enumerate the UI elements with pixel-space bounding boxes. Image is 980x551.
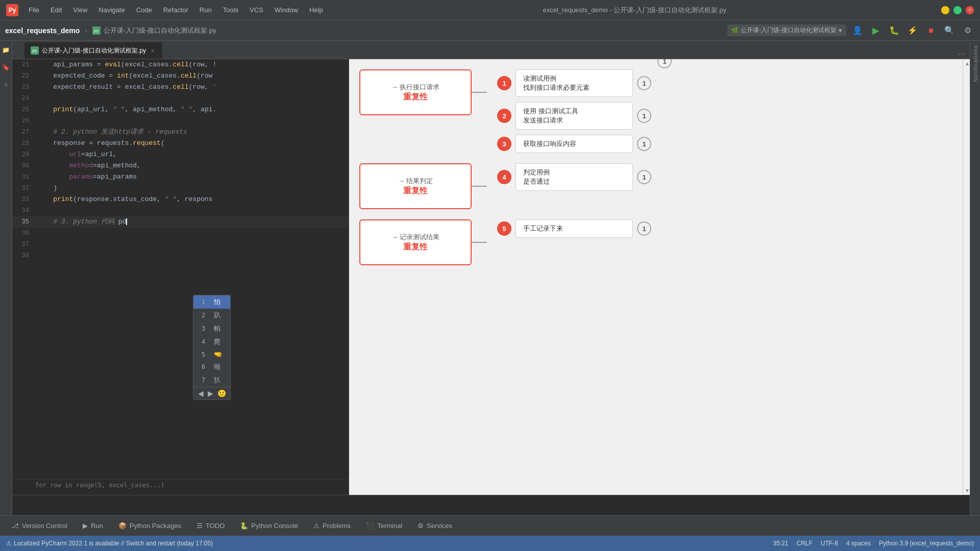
tab-run[interactable]: ▶ Run xyxy=(76,519,110,533)
step-1: 1 读测试用例找到接口请求必要元素 1 xyxy=(497,69,651,97)
code-line-34: 34 xyxy=(12,205,349,216)
branch-dropdown-icon: ▾ xyxy=(839,27,842,34)
step-box-3: 获取接口响应内容 xyxy=(516,135,633,153)
left-sidebar: 📁 🔖 ≡ xyxy=(0,41,12,515)
tab-close-button[interactable]: ✕ xyxy=(149,47,156,54)
ac-prev-icon[interactable]: ◀ xyxy=(198,389,204,397)
menu-help[interactable]: Help xyxy=(304,4,328,16)
minimize-button[interactable]: ─ xyxy=(941,6,949,14)
menu-view[interactable]: View xyxy=(68,4,92,16)
box2-arrow-text: → 结果判定 xyxy=(398,177,433,186)
tab-label: 公开课-入门级-接口自动化测试框架.py xyxy=(42,46,146,55)
ac-item-3[interactable]: 3 帕 xyxy=(193,322,230,335)
ac-text-7: 扒 xyxy=(214,375,220,385)
line-number-34: 34 xyxy=(12,205,35,216)
content-area: 📁 🔖 ≡ py 公开课-入门级-接口自动化测试框架.py ✕ ⋯ xyxy=(0,41,980,515)
section1-steps: 1 1 读测试用例找到接口请求必要元素 1 xyxy=(497,69,651,153)
tab-python-console[interactable]: 🐍 Python Console xyxy=(233,519,305,533)
status-encoding[interactable]: UTF-8 xyxy=(821,540,838,547)
menu-navigate[interactable]: Navigate xyxy=(93,4,130,16)
line-number-30: 30 xyxy=(12,160,35,171)
ac-num-5: 5 xyxy=(202,351,210,358)
user-button[interactable]: 👤 xyxy=(850,23,865,38)
menu-refactor[interactable]: Refactor xyxy=(158,4,193,16)
sidebar-structure-icon[interactable]: ≡ xyxy=(1,80,11,90)
branch-label: 公开课-入门级-接口自动化测试框架 xyxy=(741,26,837,35)
menu-tools[interactable]: Tools xyxy=(218,4,243,16)
autocomplete-popup[interactable]: 1 怕 2 趴 3 帕 4 爬 xyxy=(193,295,231,400)
branch-dropdown[interactable]: 🌿 公开课-入门级-接口自动化测试框架 ▾ xyxy=(727,24,846,36)
python-packages-label: Python Packages xyxy=(130,522,181,530)
code-text-31: params=api_params xyxy=(35,171,349,183)
line-number-37: 37 xyxy=(12,239,35,250)
ac-text-2: 趴 xyxy=(214,311,220,320)
code-line-30: 30 method=api_method, xyxy=(12,160,349,171)
menu-file[interactable]: File xyxy=(23,4,44,16)
scroll-down-icon[interactable]: ▼ xyxy=(963,486,970,495)
code-line-23: 23 expected_result = excel_cases.cell(ro… xyxy=(12,82,349,93)
code-panel[interactable]: 21 api_params = eval(excel_cases.cell(ro… xyxy=(12,59,349,495)
menu-run[interactable]: Run xyxy=(194,4,217,16)
active-tab[interactable]: py 公开课-入门级-接口自动化测试框架.py ✕ xyxy=(24,42,162,59)
step-num-3: 3 xyxy=(497,137,511,151)
ac-num-3: 3 xyxy=(202,325,210,332)
settings-button[interactable]: ⚙ xyxy=(961,23,975,38)
app-window: Py File Edit View Navigate Code Refactor… xyxy=(0,0,980,551)
tab-services[interactable]: ⚙ Services xyxy=(410,519,459,533)
sidebar-bookmark-icon[interactable]: 🔖 xyxy=(1,62,11,72)
scroll-up-icon[interactable]: ▲ xyxy=(963,59,970,68)
code-text-33: print(response.status_code, " ", respons xyxy=(35,194,349,205)
debug-button[interactable]: 🐛 xyxy=(887,23,901,38)
run-button[interactable]: ▶ xyxy=(869,23,883,38)
tab-problems[interactable]: ⚠ Problems xyxy=(306,519,358,533)
box1-arrow-text: → 执行接口请求 xyxy=(391,83,440,92)
step-5: 5 手工记录下来 1 xyxy=(497,219,651,238)
code-text-25: print(api_url, " ", api_method, " ", api… xyxy=(35,104,349,115)
menu-window[interactable]: Window xyxy=(270,4,303,16)
bottom-toolbar: ⎇ Version Control ▶ Run 📦 Python Package… xyxy=(0,515,980,536)
tab-python-packages[interactable]: 📦 Python Packages xyxy=(111,519,188,533)
close-button[interactable]: ✕ xyxy=(966,6,974,14)
ac-item-1[interactable]: 1 怕 xyxy=(193,295,230,309)
ac-item-7[interactable]: 7 扒 xyxy=(193,373,230,387)
status-warning[interactable]: ⚠ Localized PyCharm 2022.1 is available … xyxy=(6,540,213,547)
maximize-button[interactable]: □ xyxy=(953,6,962,14)
line-number-27: 27 xyxy=(12,127,35,138)
step-2: 2 使用 接口测试工具发送接口请求 1 xyxy=(497,102,651,130)
diagram-scrollbar[interactable]: ▲ ▼ xyxy=(963,59,970,495)
status-interpreter[interactable]: Python 3.9 (excel_requests_demo) xyxy=(879,540,974,547)
flow-box-2: → 结果判定 重复性 xyxy=(359,163,472,209)
code-line-36: 36 xyxy=(12,228,349,239)
section1-left: → 执行接口请求 重复性 xyxy=(359,69,487,115)
ac-item-4[interactable]: 4 爬 xyxy=(193,335,230,348)
status-position[interactable]: 35:21 xyxy=(773,540,788,547)
tab-terminal[interactable]: ⬛ Terminal xyxy=(359,519,409,533)
menu-edit[interactable]: Edit xyxy=(45,4,67,16)
code-bottom-hint: for row in range(5, excel_cases...) xyxy=(12,479,349,491)
step-text-2: 使用 接口测试工具发送接口请求 xyxy=(523,107,578,124)
step-circle-3: 1 xyxy=(637,137,651,151)
search-button[interactable]: 🔍 xyxy=(942,23,957,38)
ac-item-2[interactable]: 2 趴 xyxy=(193,309,230,322)
tab-version-control[interactable]: ⎇ Version Control xyxy=(4,519,75,533)
stop-button[interactable]: ■ xyxy=(924,23,938,38)
version-control-label: Version Control xyxy=(22,522,67,530)
ac-item-6[interactable]: 6 啪 xyxy=(193,360,230,373)
menu-code[interactable]: Code xyxy=(131,4,157,16)
ac-item-5[interactable]: 5 🤜 xyxy=(193,348,230,360)
step-text-4: 判定用例是否通过 xyxy=(523,168,550,185)
notifications-label[interactable]: Notifications xyxy=(972,45,978,82)
branch-icon: 🌿 xyxy=(731,27,739,34)
coverage-button[interactable]: ⚡ xyxy=(905,23,920,38)
menu-vcs[interactable]: VCS xyxy=(244,4,268,16)
version-control-icon: ⎇ xyxy=(11,522,19,530)
connector-2 xyxy=(472,186,487,187)
status-line-sep[interactable]: CRLF xyxy=(797,540,813,547)
tab-more-button[interactable]: ⋯ xyxy=(953,49,970,59)
sidebar-project-icon[interactable]: 📁 xyxy=(1,45,11,55)
status-indent[interactable]: 4 spaces xyxy=(846,540,871,547)
code-line-25: 25 print(api_url, " ", api_method, " ", … xyxy=(12,104,349,115)
tab-todo[interactable]: ☰ TODO xyxy=(189,519,232,533)
ac-emoji-icon[interactable]: 🙂 xyxy=(217,389,226,397)
ac-next-icon[interactable]: ▶ xyxy=(208,389,213,397)
